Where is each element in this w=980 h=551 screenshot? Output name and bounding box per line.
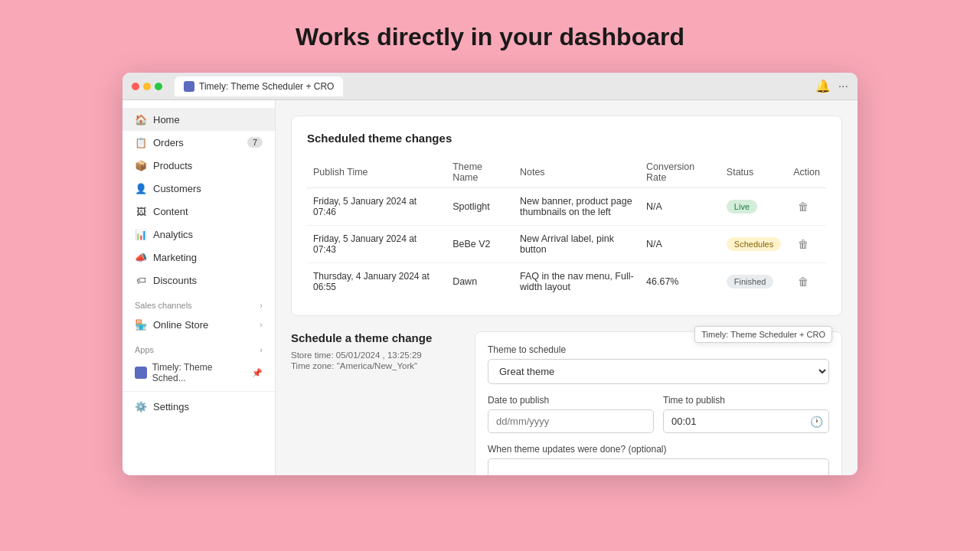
- delete-button[interactable]: 🗑: [793, 236, 813, 252]
- bell-icon[interactable]: 🔔: [815, 79, 831, 93]
- home-icon: 🏠: [135, 113, 147, 126]
- cell-publish-time: Thursday, 4 January 2024 at 06:55: [307, 263, 446, 301]
- app-layout: 🏠 Home 📋 Orders 7 📦 Products 👤 Customers…: [122, 100, 858, 475]
- cell-action[interactable]: 🗑: [787, 226, 826, 263]
- col-status: Status: [720, 157, 787, 188]
- sidebar-label-content: Content: [153, 206, 188, 217]
- orders-badge: 7: [247, 137, 263, 148]
- cell-notes: New Arrival label, pink button: [514, 226, 640, 263]
- schedule-section: Schedule a theme change Store time: 05/0…: [291, 331, 842, 475]
- scheduled-changes-table: Publish Time Theme Name Notes Conversion…: [307, 157, 826, 300]
- sidebar-label-orders: Orders: [153, 137, 184, 148]
- tab-icon: [184, 81, 194, 92]
- orders-icon: 📋: [135, 136, 147, 148]
- discounts-icon: 🏷: [135, 274, 147, 286]
- marketing-icon: 📣: [135, 251, 147, 263]
- sales-channels-section: Sales channels ›: [122, 292, 275, 313]
- col-publish-time: Publish Time: [307, 157, 446, 188]
- close-dot[interactable]: [132, 83, 139, 90]
- delete-button[interactable]: 🗑: [793, 199, 813, 214]
- table-row: Thursday, 4 January 2024 at 06:55 Dawn F…: [307, 263, 826, 301]
- sidebar-item-orders[interactable]: 📋 Orders 7: [122, 131, 275, 154]
- notes-label: When theme updates were done? (optional): [488, 444, 829, 455]
- sidebar-item-discounts[interactable]: 🏷 Discounts: [122, 269, 275, 292]
- sidebar-label-marketing: Marketing: [153, 252, 197, 263]
- online-store-icon: 🏪: [135, 318, 147, 331]
- cell-theme-name: Spotlight: [446, 188, 514, 226]
- cell-status: Live: [720, 188, 787, 226]
- sidebar: 🏠 Home 📋 Orders 7 📦 Products 👤 Customers…: [122, 100, 276, 475]
- cell-theme-name: BeBe V2: [446, 226, 514, 263]
- cell-notes: FAQ in the nav menu, Full-width layout: [514, 263, 640, 301]
- browser-window: Timely: Theme Scheduler + CRO 🔔 ··· 🏠 Ho…: [122, 73, 858, 475]
- time-input-wrapper: 🕐: [663, 409, 829, 433]
- browser-actions: 🔔 ···: [815, 79, 848, 93]
- sidebar-item-online-store[interactable]: 🏪 Online Store ›: [122, 313, 275, 336]
- store-time: Store time: 05/01/2024 , 13:25:29: [291, 350, 459, 360]
- col-notes: Notes: [514, 157, 640, 188]
- schedule-form-title: Schedule a theme change: [291, 331, 459, 344]
- tab-label: Timely: Theme Scheduler + CRO: [199, 81, 334, 92]
- settings-item[interactable]: ⚙️ Settings: [122, 395, 275, 418]
- more-icon[interactable]: ···: [838, 80, 848, 93]
- schedule-right: Timely: Theme Scheduler + CRO Theme to s…: [475, 331, 842, 475]
- theme-label: Theme to schedule: [488, 344, 829, 355]
- customers-icon: 👤: [135, 182, 147, 194]
- sidebar-label-home: Home: [153, 114, 180, 126]
- sidebar-item-home[interactable]: 🏠 Home: [122, 108, 275, 131]
- sidebar-label-analytics: Analytics: [153, 229, 193, 240]
- cell-status: Schedules: [720, 226, 787, 263]
- sidebar-item-marketing[interactable]: 📣 Marketing: [122, 246, 275, 269]
- sidebar-label-products: Products: [153, 160, 192, 171]
- delete-button[interactable]: 🗑: [793, 274, 813, 289]
- page-heading: Works directly in your dashboard: [296, 23, 684, 51]
- sidebar-label-online-store: Online Store: [153, 319, 208, 331]
- time-group: Time to publish 🕐: [663, 395, 829, 433]
- analytics-icon: 📊: [135, 228, 147, 240]
- cell-conversion-rate: N/A: [640, 188, 720, 226]
- status-badge: Live: [727, 200, 757, 214]
- sidebar-item-timely[interactable]: Timely: Theme Sched... 📌: [122, 357, 275, 388]
- pin-icon[interactable]: 📌: [252, 368, 263, 378]
- settings-icon: ⚙️: [135, 400, 147, 412]
- table-row: Friday, 5 January 2024 at 07:43 BeBe V2 …: [307, 226, 826, 263]
- theme-select[interactable]: Great theme: [488, 359, 829, 384]
- cell-action[interactable]: 🗑: [787, 263, 826, 301]
- status-badge: Schedules: [727, 237, 781, 251]
- cell-theme-name: Dawn: [446, 263, 514, 301]
- col-action: Action: [787, 157, 826, 188]
- sidebar-item-customers[interactable]: 👤 Customers: [122, 177, 275, 200]
- col-theme-name: Theme Name: [446, 157, 514, 188]
- scheduled-changes-panel: Scheduled theme changes Publish Time The…: [291, 116, 842, 316]
- maximize-dot[interactable]: [155, 83, 162, 90]
- notes-textarea[interactable]: [488, 458, 829, 475]
- sidebar-bottom: ⚙️ Settings: [122, 391, 275, 418]
- browser-toolbar: Timely: Theme Scheduler + CRO 🔔 ···: [122, 73, 858, 100]
- sidebar-item-content[interactable]: 🖼 Content: [122, 200, 275, 223]
- tooltip-box: Timely: Theme Scheduler + CRO: [694, 326, 832, 343]
- cell-status: Finished: [720, 263, 787, 301]
- sidebar-item-analytics[interactable]: 📊 Analytics: [122, 223, 275, 246]
- sidebar-item-products[interactable]: 📦 Products: [122, 154, 275, 177]
- time-label: Time to publish: [663, 395, 829, 406]
- status-badge: Finished: [727, 275, 774, 289]
- minimize-dot[interactable]: [143, 83, 151, 90]
- cell-publish-time: Friday, 5 January 2024 at 07:46: [307, 188, 446, 226]
- main-content: Scheduled theme changes Publish Time The…: [276, 100, 858, 475]
- browser-tab[interactable]: Timely: Theme Scheduler + CRO: [175, 77, 343, 96]
- time-zone: Time zone: "America/New_York": [291, 361, 459, 370]
- schedule-left: Schedule a theme change Store time: 05/0…: [291, 331, 459, 475]
- cell-conversion-rate: 46.67%: [640, 263, 720, 301]
- cell-action[interactable]: 🗑: [787, 188, 826, 226]
- notes-group: When theme updates were done? (optional): [488, 444, 829, 475]
- col-conversion-rate: Conversion Rate: [640, 157, 720, 188]
- sidebar-label-customers: Customers: [153, 183, 201, 194]
- settings-label: Settings: [153, 401, 189, 412]
- date-group: Date to publish: [488, 395, 654, 433]
- date-input[interactable]: [488, 409, 654, 433]
- online-store-chevron: ›: [260, 320, 263, 329]
- time-input[interactable]: [663, 409, 829, 433]
- content-icon: 🖼: [135, 205, 147, 217]
- date-label: Date to publish: [488, 395, 654, 406]
- cell-notes: New banner, product page thumbnails on t…: [514, 188, 640, 226]
